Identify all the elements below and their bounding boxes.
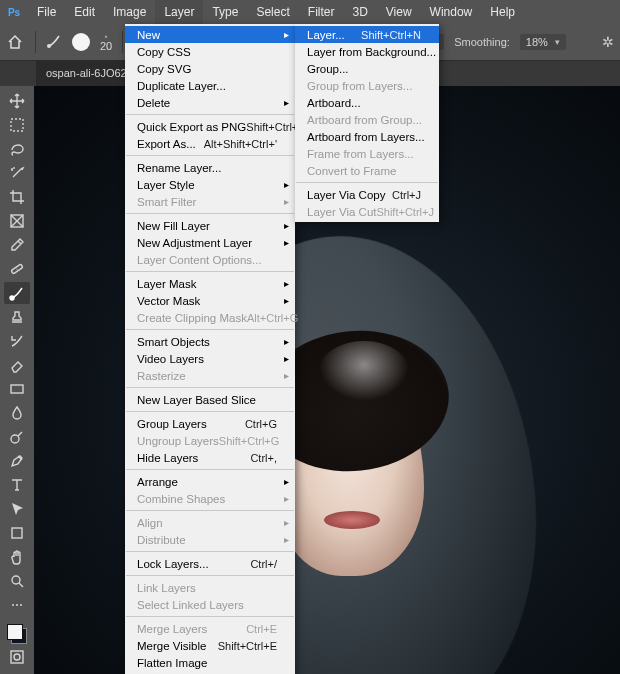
svg-point-9 [12,576,20,584]
layer-menu-new[interactable]: New [125,26,295,43]
crop-tool[interactable] [4,186,30,208]
menu-item-label: Artboard... [307,97,361,109]
layer-menu-new-adjustment-layer[interactable]: New Adjustment Layer [125,234,295,251]
brush-size-display[interactable]: ▪ 20 [100,33,112,52]
lasso-tool[interactable] [4,138,30,160]
quick-mask-button[interactable] [4,646,30,668]
history-brush-tool[interactable] [4,330,30,352]
brush-size-value: 20 [100,41,112,52]
type-tool[interactable] [4,474,30,496]
home-button[interactable] [5,32,25,52]
frame-tool[interactable] [4,210,30,232]
layer-menu-merge-visible[interactable]: Merge VisibleShift+Ctrl+E [125,637,295,654]
svg-rect-1 [11,119,23,131]
menu-item-label: Select Linked Layers [137,599,244,611]
layer-menu-separator [126,411,294,412]
eyedropper-tool[interactable] [4,234,30,256]
layer-menu-video-layers[interactable]: Video Layers [125,350,295,367]
layer-menu-ungroup-layers: Ungroup LayersShift+Ctrl+G [125,432,295,449]
menu-item-label: Layer Content Options... [137,254,262,266]
clone-stamp-tool[interactable] [4,306,30,328]
layer-menu-hide-layers[interactable]: Hide LayersCtrl+, [125,449,295,466]
menu-view[interactable]: View [377,0,421,24]
path-selection-tool[interactable] [4,498,30,520]
layer-menu-separator [126,387,294,388]
layer-menu-smart-objects[interactable]: Smart Objects [125,333,295,350]
layer-menu-group-layers[interactable]: Group LayersCtrl+G [125,415,295,432]
zoom-tool[interactable] [4,570,30,592]
menu-select[interactable]: Select [247,0,298,24]
shape-tool[interactable] [4,522,30,544]
dodge-tool[interactable] [4,426,30,448]
layer-menu-arrange[interactable]: Arrange [125,473,295,490]
menu-image[interactable]: Image [104,0,155,24]
menu-item-label: Export As... [137,138,196,150]
svg-rect-8 [12,528,22,538]
magic-wand-tool[interactable] [4,162,30,184]
new-submenu-layer-via-copy[interactable]: Layer Via CopyCtrl+J [295,186,439,203]
layer-menu-duplicate-layer[interactable]: Duplicate Layer... [125,77,295,94]
new-submenu-layer[interactable]: Layer...Shift+Ctrl+N [295,26,439,43]
layer-menu-layer-mask[interactable]: Layer Mask [125,275,295,292]
color-swatches[interactable] [7,624,27,644]
layer-menu-layer-content-options: Layer Content Options... [125,251,295,268]
svg-point-7 [11,435,19,443]
menu-3d[interactable]: 3D [343,0,376,24]
layer-menu-layer-style[interactable]: Layer Style [125,176,295,193]
menu-edit[interactable]: Edit [65,0,104,24]
layer-menu-flatten-image[interactable]: Flatten Image [125,654,295,671]
layer-menu-combine-shapes: Combine Shapes [125,490,295,507]
pen-tool[interactable] [4,450,30,472]
layer-menu-copy-svg[interactable]: Copy SVG [125,60,295,77]
menu-item-label: Rasterize [137,370,186,382]
menu-item-label: New [137,29,160,41]
layer-menu-copy-css[interactable]: Copy CSS [125,43,295,60]
healing-brush-tool[interactable] [4,258,30,280]
svg-point-14 [14,654,20,660]
brush-tool[interactable] [4,282,30,304]
layer-menu-delete[interactable]: Delete [125,94,295,111]
new-submenu-artboard[interactable]: Artboard... [295,94,439,111]
menu-item-shortcut: Shift+Ctrl+N [361,29,421,41]
options-settings-button[interactable]: ✲ [602,34,614,50]
menu-filter[interactable]: Filter [299,0,344,24]
menu-item-label: Frame from Layers... [307,148,414,160]
move-tool[interactable] [4,90,30,112]
menu-item-label: Layer Via Cut [307,206,376,218]
layer-menu-separator [126,213,294,214]
layer-menu-separator [126,271,294,272]
svg-point-10 [12,604,14,606]
marquee-tool[interactable] [4,114,30,136]
layer-menu-merge-layers: Merge LayersCtrl+E [125,620,295,637]
layer-menu-new-layer-based-slice[interactable]: New Layer Based Slice [125,391,295,408]
eraser-tool[interactable] [4,354,30,376]
layer-menu-rename-layer[interactable]: Rename Layer... [125,159,295,176]
menu-item-label: Distribute [137,534,186,546]
new-submenu-convert-to-frame: Convert to Frame [295,162,439,179]
layer-menu-new-fill-layer[interactable]: New Fill Layer [125,217,295,234]
hand-tool[interactable] [4,546,30,568]
blur-tool[interactable] [4,402,30,424]
new-submenu-artboard-from-layers[interactable]: Artboard from Layers... [295,128,439,145]
menu-window[interactable]: Window [421,0,482,24]
menu-item-label: Rename Layer... [137,162,221,174]
menu-item-label: Smart Objects [137,336,210,348]
layer-menu-export-as[interactable]: Export As...Alt+Shift+Ctrl+' [125,135,295,152]
new-submenu-layer-from-background[interactable]: Layer from Background... [295,43,439,60]
layer-menu-lock-layers[interactable]: Lock Layers...Ctrl+/ [125,555,295,572]
menu-help[interactable]: Help [481,0,524,24]
new-submenu-frame-from-layers: Frame from Layers... [295,145,439,162]
new-submenu-group[interactable]: Group... [295,60,439,77]
tools-panel [0,86,34,674]
gradient-tool[interactable] [4,378,30,400]
menu-item-shortcut: Alt+Ctrl+G [247,312,298,324]
brush-tip-icon[interactable] [72,33,90,51]
layer-menu-quick-export-as-png[interactable]: Quick Export as PNGShift+Ctrl+' [125,118,295,135]
layer-menu-vector-mask[interactable]: Vector Mask [125,292,295,309]
more-tools[interactable] [4,594,30,616]
menu-file[interactable]: File [28,0,65,24]
menu-type[interactable]: Type [203,0,247,24]
brush-preset-icon[interactable] [46,33,62,51]
menu-layer[interactable]: Layer [155,0,203,24]
smoothing-input[interactable]: 18% [520,34,566,50]
